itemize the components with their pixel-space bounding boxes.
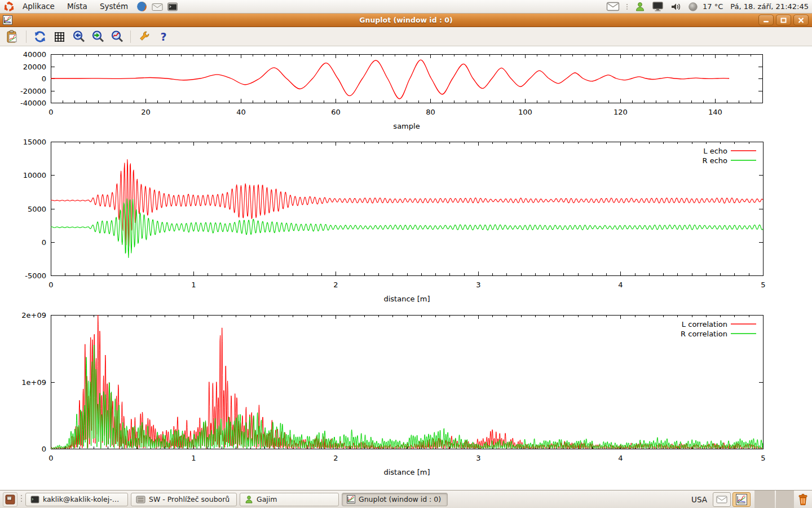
trash-applet-icon[interactable]	[796, 492, 810, 507]
gnuplot-window-icon	[3, 15, 12, 25]
user-switcher-icon[interactable]	[634, 1, 646, 12]
window-titlebar[interactable]: Gnuplot (window id : 0)	[0, 14, 812, 27]
svg-text:1: 1	[191, 281, 196, 289]
svg-text:4: 4	[618, 454, 623, 462]
help-icon: ?	[160, 30, 166, 43]
window-title: Gnuplot (window id : 0)	[0, 16, 812, 24]
task-gnuplot[interactable]: Gnuplot (window id : 0)	[342, 493, 448, 506]
tray-panel-section	[754, 491, 775, 508]
svg-text:R correlation: R correlation	[681, 330, 727, 338]
chart-2: 012345-5000050001000015000distance [m]L …	[23, 138, 766, 303]
svg-text:L echo: L echo	[703, 147, 727, 155]
svg-text:40: 40	[236, 108, 246, 116]
svg-text:3: 3	[476, 281, 480, 289]
svg-text:5: 5	[761, 454, 765, 462]
gnuplot-canvas: 020406080100120140-40000-200000200004000…	[0, 46, 812, 490]
svg-text:80: 80	[426, 108, 435, 116]
taskbar-grip	[20, 494, 23, 505]
task-label: Gnuplot (window id : 0)	[359, 495, 441, 503]
gnuplot-toolbar: ?	[0, 27, 812, 46]
svg-text:sample: sample	[393, 122, 420, 130]
svg-text:40000: 40000	[23, 50, 46, 59]
svg-text:1e+09: 1e+09	[21, 378, 46, 387]
terminal-icon	[30, 496, 39, 503]
task-label: kaklik@kaklik-kolej-u...	[43, 495, 123, 503]
svg-text:1: 1	[191, 454, 196, 462]
svg-text:60: 60	[331, 108, 341, 116]
svg-text:0: 0	[48, 454, 53, 462]
svg-text:2: 2	[333, 454, 338, 462]
minimize-button[interactable]	[758, 15, 774, 25]
window-selector-gnuplot[interactable]	[732, 492, 751, 507]
show-desktop-button[interactable]	[3, 492, 17, 507]
replot-refresh-button[interactable]	[32, 29, 48, 45]
mail-tray-button[interactable]	[713, 492, 731, 507]
toggle-grid-button[interactable]	[51, 29, 67, 45]
svg-text:20: 20	[141, 108, 151, 116]
zoom-previous-button[interactable]	[70, 29, 86, 45]
gnome-top-panel: Aplikace Místa Systém 17 °C Pá, 18. září…	[0, 0, 812, 14]
menu-system[interactable]: Systém	[94, 0, 134, 13]
svg-text:100: 100	[518, 108, 532, 116]
temperature-readout[interactable]: 17 °C	[703, 2, 723, 11]
svg-text:0: 0	[48, 108, 53, 116]
close-button[interactable]	[793, 15, 809, 25]
task-label: SW - Prohlížeč souborů	[149, 495, 230, 503]
display-icon[interactable]	[652, 1, 664, 12]
notification-grip[interactable]	[626, 3, 628, 11]
mail-launcher-icon[interactable]	[151, 2, 164, 12]
svg-text:10000: 10000	[23, 171, 46, 179]
weather-icon[interactable]	[688, 2, 698, 12]
task-file-browser[interactable]: SW - Prohlížeč souborů	[131, 493, 237, 506]
file-manager-icon	[136, 496, 145, 503]
chart-3: 01234501e+092e+09distance [m]L correlati…	[21, 311, 765, 476]
task-terminal[interactable]: kaklik@kaklik-kolej-u...	[25, 493, 128, 506]
ubuntu-logo-icon[interactable]	[3, 1, 15, 12]
gnuplot-icon	[347, 495, 355, 503]
gajim-icon	[245, 495, 253, 503]
svg-text:5000: 5000	[28, 205, 46, 213]
svg-text:L correlation: L correlation	[682, 320, 727, 329]
maximize-button[interactable]	[776, 15, 791, 25]
zoom-autoscale-button[interactable]	[109, 29, 125, 45]
svg-text:-5000: -5000	[25, 271, 46, 280]
chart-1: 020406080100120140-40000-200000200004000…	[20, 50, 763, 130]
svg-text:0: 0	[42, 445, 46, 453]
keyboard-layout-indicator[interactable]: USA	[691, 495, 707, 504]
svg-text:2e+09: 2e+09	[21, 311, 46, 319]
clock[interactable]: Pá, 18. září, 21:42:45	[730, 2, 809, 11]
svg-text:5: 5	[761, 281, 765, 289]
svg-text:0: 0	[48, 281, 53, 289]
firefox-launcher-icon[interactable]	[136, 1, 148, 12]
svg-text:4: 4	[618, 281, 623, 289]
mail-notification-icon[interactable]	[606, 2, 620, 11]
svg-text:120: 120	[614, 108, 628, 116]
svg-text:2: 2	[333, 281, 338, 289]
svg-text:distance [m]: distance [m]	[383, 295, 430, 303]
svg-text:15000: 15000	[23, 138, 46, 146]
svg-text:distance [m]: distance [m]	[383, 468, 430, 476]
gnuplot-plot-area: 020406080100120140-40000-200000200004000…	[0, 46, 812, 490]
svg-text:-20000: -20000	[20, 87, 46, 95]
svg-text:20000: 20000	[23, 63, 46, 71]
help-button[interactable]: ?	[156, 29, 171, 45]
terminal-launcher-icon[interactable]	[167, 2, 178, 12]
svg-text:0: 0	[42, 238, 46, 247]
toolbar-separator	[130, 30, 131, 43]
copy-to-clipboard-button[interactable]	[5, 29, 20, 45]
taskbar: kaklik@kaklik-kolej-u... SW - Prohlížeč …	[0, 490, 812, 508]
svg-text:0: 0	[42, 75, 46, 83]
svg-text:3: 3	[476, 454, 480, 462]
tray-panel-section	[776, 491, 794, 508]
menu-places[interactable]: Místa	[61, 0, 94, 13]
task-label: Gajim	[257, 495, 277, 503]
menu-applications[interactable]: Aplikace	[16, 0, 61, 13]
zoom-next-button[interactable]	[90, 29, 105, 45]
task-gajim[interactable]: Gajim	[240, 493, 339, 506]
svg-text:-40000: -40000	[20, 99, 46, 107]
svg-text:140: 140	[708, 108, 722, 116]
toolbar-separator	[26, 30, 27, 43]
volume-icon[interactable]	[670, 2, 682, 12]
settings-wrench-button[interactable]	[136, 29, 152, 45]
svg-text:R echo: R echo	[702, 156, 727, 165]
